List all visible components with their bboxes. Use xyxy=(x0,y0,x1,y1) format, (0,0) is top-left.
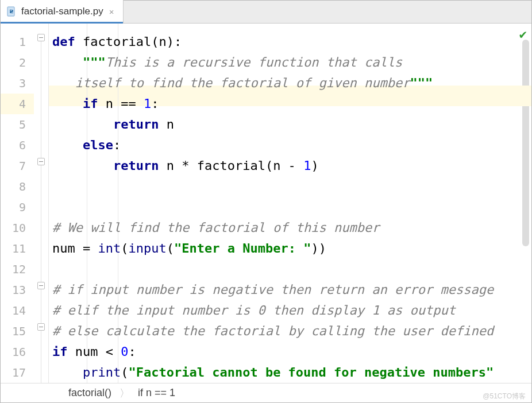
fold-gutter xyxy=(34,24,49,383)
fold-toggle-icon[interactable] xyxy=(37,34,45,41)
breadcrumb: factorial() 〉 if n == 1 @51CTO博客 xyxy=(1,383,531,402)
code-line[interactable] xyxy=(49,176,531,197)
tab-bar: factorial-sample.py × xyxy=(1,1,531,24)
code-line[interactable]: itself to find the factorial of given nu… xyxy=(49,73,531,94)
inspection-ok-icon[interactable]: ✔ xyxy=(519,27,527,41)
tab-filename: factorial-sample.py xyxy=(21,6,103,17)
code-line[interactable]: num = int(input("Enter a Number: ")) xyxy=(49,238,531,259)
code-line[interactable]: else: xyxy=(49,135,531,156)
editor-window: factorial-sample.py × ✔ 1 2 3 4 5 6 7 8 … xyxy=(0,0,532,403)
line-number[interactable]: 14 xyxy=(1,300,34,321)
line-number[interactable]: 7 xyxy=(1,156,34,176)
line-number[interactable]: 13 xyxy=(1,280,34,300)
code-line[interactable]: if n == 1: xyxy=(49,94,531,114)
line-number[interactable]: 6 xyxy=(1,135,34,156)
svg-point-1 xyxy=(10,9,10,10)
line-number[interactable]: 17 xyxy=(1,362,34,383)
file-tab[interactable]: factorial-sample.py × xyxy=(1,0,124,23)
breadcrumb-item[interactable]: if n == 1 xyxy=(138,387,175,399)
code-line[interactable]: def factorial(n): xyxy=(49,32,531,52)
code-line[interactable]: return n * factorial(n - 1) xyxy=(49,156,531,176)
line-number[interactable]: 1 xyxy=(1,32,34,52)
chevron-right-icon: 〉 xyxy=(119,386,130,400)
fold-toggle-icon[interactable] xyxy=(37,158,45,165)
code-line[interactable]: return n xyxy=(49,114,531,135)
code-line[interactable]: """This is a recursive function that cal… xyxy=(49,52,531,73)
line-number[interactable]: 4 xyxy=(1,94,34,114)
code-editor[interactable]: ✔ 1 2 3 4 5 6 7 8 9 10 11 12 13 14 15 16… xyxy=(1,24,531,383)
code-area[interactable]: def factorial(n): """This is a recursive… xyxy=(49,24,531,383)
line-number[interactable]: 15 xyxy=(1,321,34,342)
python-file-icon xyxy=(6,6,17,17)
watermark: @51CTO博客 xyxy=(483,392,526,401)
line-number[interactable]: 10 xyxy=(1,218,34,238)
code-line[interactable]: # if input number is negative then retur… xyxy=(49,280,531,300)
line-number-gutter: 1 2 3 4 5 6 7 8 9 10 11 12 13 14 15 16 1… xyxy=(1,24,34,383)
code-line[interactable]: # elif the input number is 0 then displa… xyxy=(49,300,531,321)
code-line[interactable] xyxy=(49,197,531,218)
line-number[interactable]: 8 xyxy=(1,176,34,197)
line-number[interactable]: 16 xyxy=(1,342,34,362)
line-number[interactable]: 11 xyxy=(1,238,34,259)
fold-toggle-icon[interactable] xyxy=(37,282,45,289)
close-icon[interactable]: × xyxy=(108,7,115,17)
code-line[interactable] xyxy=(49,259,531,280)
code-line[interactable]: print("Factorial cannot be found for neg… xyxy=(49,362,531,383)
line-number[interactable]: 9 xyxy=(1,197,34,218)
line-number[interactable]: 2 xyxy=(1,52,34,73)
code-line[interactable]: if num < 0: xyxy=(49,342,531,362)
breadcrumb-item[interactable]: factorial() xyxy=(68,387,111,399)
fold-toggle-icon[interactable] xyxy=(37,323,45,331)
line-number[interactable]: 5 xyxy=(1,114,34,135)
code-line[interactable]: # We will find the factorial of this num… xyxy=(49,218,531,238)
code-line[interactable]: # else calculate the factorial by callin… xyxy=(49,321,531,342)
line-number[interactable]: 3 xyxy=(1,73,34,94)
line-number[interactable]: 12 xyxy=(1,259,34,280)
